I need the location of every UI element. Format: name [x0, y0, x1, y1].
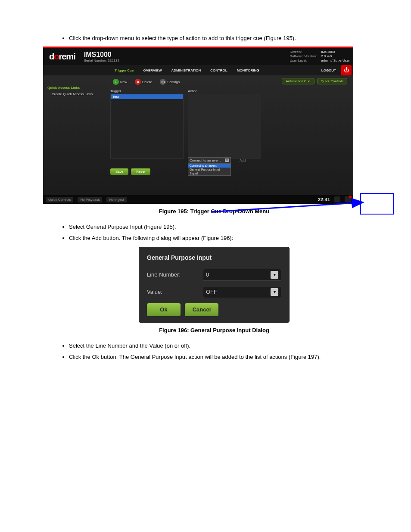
- product-name: IMS1000: [84, 51, 119, 59]
- system-info: Screen: Software Version: User Level: IM…: [290, 50, 350, 63]
- action-type-dropdown[interactable]: Connect to an event ▾: [188, 157, 231, 163]
- dropdown-option[interactable]: Signal: [188, 171, 230, 175]
- bullet-item: Select the Line Number and the Value (on…: [69, 342, 385, 350]
- x-icon: ✕: [135, 79, 141, 85]
- tab-control[interactable]: CONTROL: [206, 67, 232, 74]
- footer-quick-controls[interactable]: Quick Controls: [46, 197, 73, 202]
- sysinfo-labels: Screen: Software Version: User Level:: [290, 50, 317, 63]
- tab-overview[interactable]: OVERVIEW: [139, 67, 166, 74]
- chevron-down-icon: ▾: [271, 271, 278, 279]
- delete-label: Delete: [142, 80, 152, 84]
- footer-ingest[interactable]: No Ingest: [106, 197, 126, 202]
- trigger-column: Trigger Test: [110, 89, 184, 159]
- cancel-button[interactable]: Cancel: [185, 303, 218, 316]
- bullet-list-mid: Select General Purpose Input (Figure 195…: [69, 223, 385, 242]
- serial-number: Serial Number: 332132: [84, 59, 119, 62]
- line-number-value: 0: [206, 271, 209, 278]
- sysinfo-values: IMS1000 2.0.4-0 admin / SuperUser: [321, 50, 350, 63]
- chevron-down-icon: ▾: [225, 159, 229, 162]
- action-column: Action: [188, 89, 261, 159]
- footer-playback[interactable]: No Playback: [78, 197, 102, 202]
- settings-label: Settings: [167, 80, 180, 84]
- bullet-item: Click the drop-down menu to select the t…: [69, 34, 385, 42]
- ok-button[interactable]: Ok: [147, 303, 181, 316]
- reset-button[interactable]: Reset: [131, 168, 150, 175]
- dropdown-option[interactable]: General Purpose Input: [188, 168, 230, 171]
- dropdown-row: Connect to an event ▾ Add: [188, 157, 246, 163]
- toolbar: +New ✕Delete ⚙Settings: [110, 78, 182, 86]
- chevron-down-icon: ▾: [271, 288, 278, 296]
- tab-bar: Trigger Cue OVERVIEW ADMINISTRATION CONT…: [43, 65, 353, 75]
- trigger-label: Trigger: [110, 89, 184, 93]
- dropdown-menu-open[interactable]: Connect to an event General Purpose Inpu…: [188, 163, 231, 176]
- save-reset-row: Save Reset: [110, 168, 150, 175]
- new-label: New: [120, 80, 127, 84]
- value-row: Value: OFF ▾: [147, 286, 281, 298]
- action-label: Action: [188, 89, 261, 93]
- logo-text: d: [49, 52, 54, 61]
- screenshot-gpi-dialog: General Purpose Input Line Number: 0 ▾ V…: [139, 247, 290, 323]
- user-icon[interactable]: [334, 196, 340, 202]
- quick-controls-button[interactable]: Quick Controls: [317, 78, 347, 84]
- bullet-item: Click the Add button. The following dial…: [69, 234, 385, 242]
- status-bar: Quick Controls No Playback No Ingest 22:…: [43, 195, 353, 204]
- clock: 22:41: [318, 197, 330, 202]
- line-number-row: Line Number: 0 ▾: [147, 269, 281, 281]
- plus-icon: +: [113, 79, 119, 85]
- alert-icon[interactable]: [345, 196, 351, 202]
- tab-logout[interactable]: LOGOUT: [317, 67, 340, 74]
- trigger-list[interactable]: Test: [110, 94, 184, 159]
- app-header: doremi IMS1000 Serial Number: 332132 Scr…: [43, 48, 353, 65]
- dropdown-selected: Connect to an event: [190, 159, 221, 162]
- right-pill-row: Automation Cue Quick Controls: [282, 78, 347, 84]
- product-block: IMS1000 Serial Number: 332132: [84, 51, 119, 62]
- delete-button[interactable]: ✕Delete: [132, 78, 155, 86]
- figure-caption-196: Figure 196: General Purpose Input Dialog: [43, 327, 385, 333]
- save-button[interactable]: Save: [110, 168, 128, 175]
- bullet-item: Click the Ok button. The General Purpose…: [69, 353, 385, 361]
- new-button[interactable]: +New: [110, 78, 130, 86]
- add-button[interactable]: Add: [240, 159, 246, 162]
- figure-caption-195: Figure 195: Trigger Cue Drop-Down Menu: [43, 208, 385, 215]
- value-value: OFF: [206, 289, 217, 295]
- bullet-item: Select General Purpose Input (Figure 195…: [69, 223, 385, 231]
- dialog-title: General Purpose Input: [147, 254, 281, 261]
- line-number-select[interactable]: 0 ▾: [203, 269, 281, 281]
- settings-button[interactable]: ⚙Settings: [157, 78, 182, 86]
- quick-access-item[interactable]: Create Quick Access Links: [47, 92, 108, 96]
- dialog-buttons: Ok Cancel: [147, 303, 281, 316]
- screenshot-trigger-cue: doremi IMS1000 Serial Number: 332132 Scr…: [43, 47, 353, 204]
- tab-trigger-cue[interactable]: Trigger Cue: [110, 67, 138, 74]
- sidebar: Quick Access Links Create Quick Access L…: [47, 86, 108, 96]
- gear-icon: ⚙: [160, 79, 166, 85]
- logo-text2: remi: [59, 52, 75, 61]
- dropdown-option[interactable]: Connect to an event: [188, 164, 230, 168]
- logo-o: o: [54, 52, 59, 61]
- line-number-label: Line Number:: [147, 271, 203, 278]
- value-label: Value:: [147, 289, 203, 295]
- power-icon[interactable]: ⏻: [341, 65, 352, 75]
- bullet-list-top: Click the drop-down menu to select the t…: [69, 34, 385, 42]
- automation-cue-button[interactable]: Automation Cue: [282, 78, 314, 84]
- doremi-logo: doremi: [49, 52, 75, 62]
- tab-monitoring[interactable]: MONITORING: [233, 67, 264, 74]
- trigger-item-test[interactable]: Test: [111, 94, 183, 99]
- value-select[interactable]: OFF ▾: [203, 286, 281, 298]
- tab-administration[interactable]: ADMINISTRATION: [167, 67, 205, 74]
- bullet-list-bot: Select the Line Number and the Value (on…: [69, 342, 385, 361]
- quick-access-title: Quick Access Links: [47, 86, 108, 90]
- callout-add-button: [360, 193, 394, 215]
- action-list[interactable]: [188, 94, 261, 159]
